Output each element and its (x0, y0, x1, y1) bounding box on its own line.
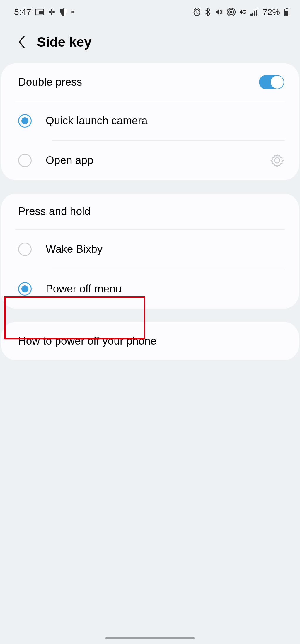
radio-icon (18, 154, 32, 167)
option-open-app[interactable]: Open app (1, 141, 299, 180)
clock: 5:47 (14, 7, 31, 17)
svg-rect-11 (252, 13, 253, 16)
toggle-knob (271, 76, 284, 89)
slack-icon (48, 8, 56, 16)
more-dot-icon (71, 11, 74, 13)
bluetooth-icon (205, 8, 210, 16)
svg-rect-5 (52, 11, 55, 13)
option-label: Open app (46, 154, 256, 167)
radio-icon (18, 282, 32, 296)
signal-icon (250, 9, 258, 16)
info-text: How to power off your phone (18, 335, 156, 347)
alarm-icon (193, 8, 201, 16)
option-power-off-menu[interactable]: Power off menu (1, 269, 299, 309)
press-hold-card: Press and hold Wake Bixby Power off menu (1, 194, 299, 309)
svg-rect-1 (39, 11, 43, 14)
option-quick-launch-camera[interactable]: Quick launch camera (1, 101, 299, 140)
battery-percent: 72% (262, 7, 280, 17)
how-to-power-off[interactable]: How to power off your phone (1, 322, 299, 360)
svg-rect-3 (51, 12, 52, 15)
status-bar: 5:47 4G (0, 0, 300, 21)
svg-rect-17 (285, 11, 288, 16)
shield-icon (60, 8, 67, 16)
page-header: Side key (0, 21, 300, 63)
svg-rect-2 (51, 9, 52, 12)
svg-rect-12 (254, 11, 255, 16)
page-title: Side key (37, 34, 92, 50)
network-type: 4G (240, 9, 246, 15)
gear-icon[interactable] (270, 153, 284, 167)
battery-icon (284, 8, 289, 16)
svg-rect-16 (286, 8, 288, 9)
mute-icon (214, 8, 223, 16)
double-press-title: Double press (18, 76, 82, 88)
radio-icon (18, 114, 32, 128)
home-indicator[interactable] (105, 637, 195, 639)
status-left: 5:47 (14, 7, 74, 17)
press-hold-title: Press and hold (18, 205, 91, 218)
double-press-toggle[interactable] (259, 75, 284, 89)
svg-rect-13 (256, 10, 257, 16)
radio-icon (18, 243, 32, 256)
option-wake-bixby[interactable]: Wake Bixby (1, 230, 299, 269)
svg-point-7 (230, 11, 232, 13)
press-hold-header: Press and hold (1, 194, 299, 229)
option-label: Quick launch camera (46, 115, 284, 127)
status-right: 4G 72% (193, 7, 289, 17)
option-label: Wake Bixby (46, 243, 284, 255)
svg-rect-10 (250, 14, 252, 16)
back-button[interactable] (14, 35, 29, 49)
double-press-card: Double press Quick launch camera Open ap… (1, 63, 299, 180)
svg-rect-14 (258, 9, 258, 16)
cast-icon (35, 9, 44, 15)
hotspot-icon (227, 8, 236, 16)
double-press-header: Double press (1, 63, 299, 101)
option-label: Power off menu (46, 283, 284, 295)
svg-rect-4 (49, 11, 52, 13)
